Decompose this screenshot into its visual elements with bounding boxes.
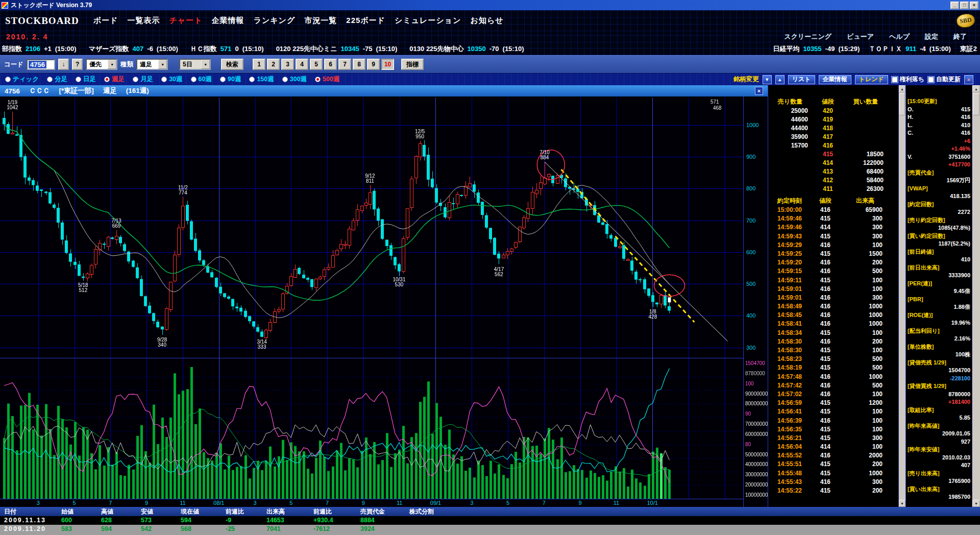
tape-row[interactable]: 14:55:524162000 — [768, 451, 898, 460]
tape-row[interactable]: 14:59:254151500 — [768, 250, 898, 258]
page-button-4[interactable]: 4 — [296, 59, 308, 70]
chevron-down-icon[interactable]: ▼ — [108, 60, 116, 69]
symbol-down-button[interactable]: ▼ — [763, 75, 772, 84]
tape-row[interactable]: 14:56:41415100 — [768, 407, 898, 416]
close-button[interactable]: × — [970, 2, 978, 9]
radio-option[interactable]: 分足 — [47, 75, 67, 84]
panel-close-button[interactable]: × — [964, 75, 973, 84]
menu-link[interactable]: 終了 — [953, 32, 967, 41]
radio-option[interactable]: 500週 — [315, 75, 339, 84]
chevron-down-icon[interactable]: ▼ — [158, 60, 167, 69]
tape-row[interactable]: 15:00:0041665900 — [768, 206, 898, 214]
page-button-8[interactable]: 8 — [353, 59, 365, 70]
tape-row[interactable]: 14:59:46415300 — [768, 214, 898, 223]
period-select[interactable]: 週足 ▼ — [136, 59, 168, 70]
page-button-7[interactable]: 7 — [338, 59, 351, 70]
scroll-thumb[interactable] — [973, 93, 979, 115]
tape-row[interactable]: 14:55:51415200 — [768, 460, 898, 469]
tape-row[interactable]: 14:59:43415300 — [768, 232, 898, 241]
rights-fall-checkbox[interactable]: 権利落ち — [892, 75, 924, 84]
book-row[interactable]: 414122000 — [768, 159, 898, 167]
tape-row[interactable]: 14:57:484161000 — [768, 373, 898, 381]
radio-option[interactable]: 60週 — [191, 75, 212, 84]
tape-row[interactable]: 14:56:35415100 — [768, 425, 898, 434]
tape-row[interactable]: 14:59:15416500 — [768, 267, 898, 276]
tape-row[interactable]: 14:59:11415100 — [768, 276, 898, 285]
scroll-thumb[interactable] — [899, 93, 905, 115]
radio-option[interactable]: 30週 — [161, 75, 182, 84]
menu-link[interactable]: スクリーニング — [784, 32, 831, 41]
scroll-up-icon[interactable]: ▲ — [899, 85, 905, 92]
code-input[interactable]: 4756 — [27, 59, 55, 70]
menu-link[interactable]: ビューア — [847, 32, 874, 41]
help-button[interactable]: ? — [72, 59, 83, 70]
tape-row[interactable]: 14:58:19415500 — [768, 363, 898, 372]
radio-option[interactable]: 90週 — [220, 75, 241, 84]
maximize-button[interactable]: □ — [960, 2, 969, 9]
scroll-down-icon[interactable]: ▼ — [972, 500, 980, 507]
tape-row[interactable]: 14:59:29416100 — [768, 241, 898, 250]
menu-item[interactable]: ボード — [93, 16, 118, 26]
book-row[interactable]: 44400418 — [768, 124, 898, 133]
page-button-10[interactable]: 10 — [381, 59, 394, 70]
page-button-2[interactable]: 2 — [267, 59, 280, 70]
page-button-6[interactable]: 6 — [324, 59, 337, 70]
menu-link[interactable]: 設定 — [925, 32, 938, 41]
radio-option[interactable]: ティック — [5, 75, 39, 84]
priority-select[interactable]: 優先 ▼ — [86, 59, 117, 70]
tape-row[interactable]: 14:57:02416100 — [768, 390, 898, 399]
scroll-up-icon[interactable]: ▲ — [972, 85, 980, 92]
radio-option[interactable]: 150週 — [249, 75, 274, 84]
menu-item[interactable]: チャート — [169, 16, 203, 26]
tape-row[interactable]: 14:58:494161000 — [768, 302, 898, 311]
minimize-button[interactable]: _ — [950, 2, 959, 9]
menu-item[interactable]: 企業情報 — [212, 16, 244, 26]
tape-row[interactable]: 14:58:23415500 — [768, 355, 898, 363]
page-button-5[interactable]: 5 — [310, 59, 323, 70]
tape-row[interactable]: 14:58:454161000 — [768, 311, 898, 320]
radio-option[interactable]: 月足 — [133, 75, 153, 84]
radio-option[interactable]: 300週 — [282, 75, 307, 84]
menu-item[interactable]: 一覧表示 — [128, 16, 160, 26]
tape-row[interactable]: 14:55:484151000 — [768, 469, 898, 478]
tape-row[interactable]: 14:55:43416300 — [768, 478, 898, 487]
code-history-button[interactable]: ↓ — [58, 59, 69, 70]
book-row[interactable]: 41518500 — [768, 150, 898, 159]
tape-row[interactable]: 14:59:01416300 — [768, 294, 898, 302]
tape-row[interactable]: 14:58:30416200 — [768, 337, 898, 346]
tape-row[interactable]: 14:56:594151200 — [768, 399, 898, 407]
book-row[interactable]: 41368400 — [768, 167, 898, 176]
trend-button[interactable]: トレンド — [855, 75, 888, 84]
indicator-button[interactable]: 指標 — [401, 59, 424, 70]
book-row[interactable]: 35900417 — [768, 133, 898, 141]
auto-update-checkbox[interactable]: 自動更新 — [928, 75, 961, 84]
page-button-1[interactable]: 1 — [253, 59, 265, 70]
menu-item[interactable]: 市況一覧 — [304, 16, 337, 26]
tape-row[interactable]: 14:59:20416200 — [768, 258, 898, 267]
tape-row[interactable]: 14:58:34415100 — [768, 329, 898, 337]
tape-row[interactable]: 14:56:04414100 — [768, 443, 898, 451]
search-button[interactable]: 検索 — [221, 59, 243, 70]
tape-row[interactable]: 14:58:30415100 — [768, 346, 898, 355]
chevron-down-icon[interactable]: ▼ — [201, 60, 210, 69]
book-row[interactable]: 41126300 — [768, 185, 898, 193]
tape-row[interactable]: 14:59:46414300 — [768, 223, 898, 232]
menu-item[interactable]: 225ボード — [346, 16, 385, 26]
tape-row[interactable]: 14:58:414161000 — [768, 320, 898, 328]
table-row[interactable]: 2009.11.20583594542568-257041-76123924 — [0, 525, 980, 535]
day-select[interactable]: 5日 ▼ — [179, 59, 211, 70]
menu-item[interactable]: お知らせ — [471, 16, 504, 26]
price-chart-canvas[interactable] — [0, 96, 768, 507]
tape-row[interactable]: 14:56:39416100 — [768, 417, 898, 425]
company-info-button[interactable]: 企業情報 — [819, 75, 851, 84]
radio-option[interactable]: 日足 — [76, 75, 96, 84]
tape-scrollbar[interactable]: ▲ ▼ — [898, 85, 905, 507]
tape-row[interactable]: 14:55:22415200 — [768, 487, 898, 495]
book-row[interactable]: 15700416 — [768, 141, 898, 150]
table-row[interactable]: 2009.11.13600628573594-914653+930.48884 — [0, 516, 980, 525]
tape-row[interactable]: 14:59:01416100 — [768, 285, 898, 294]
scroll-down-icon[interactable]: ▼ — [899, 500, 905, 507]
menu-link[interactable]: ヘルプ — [889, 32, 910, 41]
book-row[interactable]: 41258400 — [768, 176, 898, 185]
menu-item[interactable]: シミュレーション — [395, 16, 461, 26]
